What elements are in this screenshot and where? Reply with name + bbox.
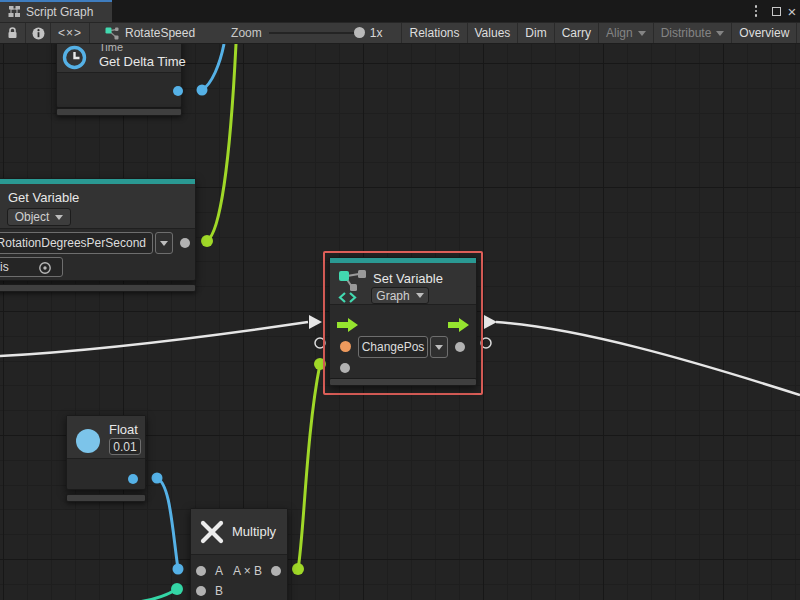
zoom-label: Zoom xyxy=(231,26,262,40)
node-get-variable[interactable]: Get Variable Object RotationDegreesPerSe… xyxy=(0,178,196,281)
node-footer xyxy=(56,108,182,116)
node-float[interactable]: Float 0.01 xyxy=(66,415,146,490)
lock-icon xyxy=(7,27,18,39)
node-multiply[interactable]: Multiply A A × B B xyxy=(190,508,288,600)
port-label-b: B xyxy=(215,584,223,598)
node-header[interactable]: Time Get Delta Time xyxy=(57,44,181,73)
zoom-slider[interactable] xyxy=(269,32,363,34)
port-delta-time-output[interactable] xyxy=(173,86,183,96)
script-graph-window: Script Graph × <×> RotateSpeed Zoom xyxy=(0,0,800,600)
code-icon: <×> xyxy=(58,26,82,40)
node-title: Get Delta Time xyxy=(99,54,186,69)
zoom-control: Zoom 1x xyxy=(224,23,389,43)
variable-name-dropdown-button[interactable] xyxy=(155,232,173,254)
chevron-down-icon xyxy=(638,31,646,36)
node-title: Get Variable xyxy=(8,190,79,205)
breadcrumb-label: RotateSpeed xyxy=(125,26,195,40)
flow-arrowhead-right xyxy=(484,315,497,329)
connection-endpoint xyxy=(201,235,213,247)
connection-get-variable xyxy=(207,44,236,241)
connection-multiply-to-set xyxy=(298,364,320,569)
chevron-down-icon xyxy=(55,215,63,220)
float-value-input[interactable]: 0.01 xyxy=(109,438,141,455)
variable-name-dropdown[interactable]: ChangePos xyxy=(358,336,428,358)
port-value-input[interactable] xyxy=(340,363,350,373)
variable-scope-dropdown[interactable]: Graph xyxy=(371,287,429,304)
connection-float-to-multiply xyxy=(157,478,178,569)
graph-breadcrumb[interactable]: RotateSpeed xyxy=(98,23,202,43)
variable-target-field[interactable]: This xyxy=(0,257,63,277)
chevron-down-icon xyxy=(435,345,443,350)
info-icon xyxy=(32,27,45,40)
port-flow-output[interactable] xyxy=(448,318,470,332)
node-footer xyxy=(0,284,196,292)
port-float-output[interactable] xyxy=(128,474,138,484)
variable-scope-dropdown[interactable]: Object xyxy=(7,208,71,226)
node-header[interactable]: Get Variable Object xyxy=(0,184,195,229)
tab-script-graph[interactable]: Script Graph xyxy=(0,0,112,22)
port-variable-name-input[interactable] xyxy=(340,341,351,352)
connection-delta-time xyxy=(202,44,224,90)
clock-icon xyxy=(61,44,88,71)
node-title: Float xyxy=(109,422,138,437)
port-get-variable-output[interactable] xyxy=(180,238,190,248)
toolbar-button-carry[interactable]: Carry xyxy=(555,23,599,43)
node-set-variable[interactable]: Set Variable Graph ChangePos xyxy=(329,257,477,386)
connection-endpoint xyxy=(173,564,184,575)
selection-outline: Set Variable Graph ChangePos xyxy=(323,251,483,395)
graph-tab-icon xyxy=(8,6,21,18)
connection-to-multiply-b xyxy=(138,589,177,600)
chevron-down-icon xyxy=(416,293,424,298)
node-footer xyxy=(66,494,146,502)
float-icon xyxy=(76,429,100,453)
toolbar-button-dim[interactable]: Dim xyxy=(518,23,554,43)
connection-flow-out xyxy=(496,322,800,395)
port-multiply-a-input[interactable] xyxy=(196,566,206,576)
variable-name-field[interactable]: RotationDegreesPerSecond xyxy=(0,232,153,254)
port-set-variable-output[interactable] xyxy=(455,342,465,352)
port-multiply-b-input[interactable] xyxy=(196,586,206,596)
node-footer xyxy=(329,378,477,386)
tab-bar: Script Graph × xyxy=(0,0,800,22)
node-header[interactable]: Set Variable Graph xyxy=(330,263,476,305)
toolbar-button-relations[interactable]: Relations xyxy=(402,23,467,43)
breadcrumb-graph-icon xyxy=(105,27,119,40)
flow-arrowhead-left xyxy=(309,315,322,329)
connection-endpoint xyxy=(292,563,304,575)
window-menu-icon[interactable] xyxy=(748,0,764,22)
lock-button[interactable] xyxy=(0,23,26,43)
toolbar-button-overview[interactable]: Overview xyxy=(732,23,797,43)
node-title: Multiply xyxy=(232,524,276,539)
code-button[interactable]: <×> xyxy=(51,23,90,43)
close-icon[interactable]: × xyxy=(784,0,800,22)
connection-endpoint xyxy=(197,85,208,96)
maximize-icon[interactable] xyxy=(768,0,784,22)
connection-flow-in xyxy=(0,322,308,356)
node-category: Time xyxy=(99,44,123,53)
zoom-handle[interactable] xyxy=(354,27,365,38)
chevron-down-icon xyxy=(160,241,168,246)
toolbar-buttons: Relations Values Dim Carry Align Distrib… xyxy=(401,23,800,43)
port-multiply-result-output[interactable] xyxy=(271,566,281,576)
port-label-a: A xyxy=(215,564,223,578)
graph-variable-icon xyxy=(338,269,370,303)
multiply-icon xyxy=(199,519,225,545)
toolbar-button-values[interactable]: Values xyxy=(468,23,519,43)
node-get-delta-time[interactable]: Time Get Delta Time xyxy=(56,44,182,108)
graph-canvas[interactable]: Time Get Delta Time Get Variable Object … xyxy=(0,44,800,600)
toolbar-button-align[interactable]: Align xyxy=(599,23,654,43)
connection-endpoint xyxy=(152,473,163,484)
tab-label: Script Graph xyxy=(26,5,93,19)
zoom-value: 1x xyxy=(370,26,383,40)
chevron-down-icon xyxy=(716,31,724,36)
connection-endpoint xyxy=(171,583,183,595)
graph-toolbar: <×> RotateSpeed Zoom 1x Relations Values… xyxy=(0,22,800,44)
port-label-result: A × B xyxy=(233,564,262,578)
info-button[interactable] xyxy=(26,23,51,43)
toolbar-button-distribute[interactable]: Distribute xyxy=(654,23,733,43)
variable-name-dropdown-button[interactable] xyxy=(430,336,448,358)
port-flow-input[interactable] xyxy=(337,318,359,332)
object-picker-icon[interactable] xyxy=(38,261,52,275)
node-header[interactable]: Multiply xyxy=(191,509,287,555)
node-header[interactable]: Float 0.01 xyxy=(67,416,145,459)
